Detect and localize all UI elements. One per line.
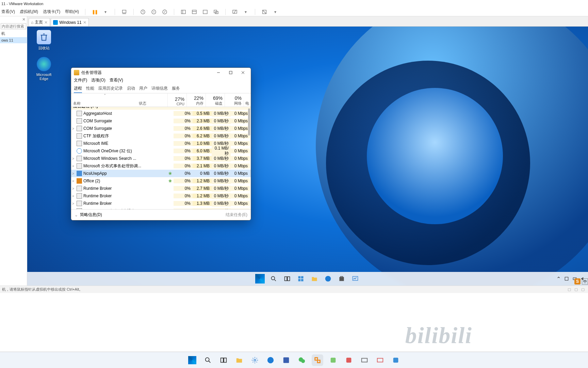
unity-dd-icon[interactable]: ▾ bbox=[243, 9, 249, 15]
snapshot-manage-icon[interactable] bbox=[151, 9, 157, 15]
expand-icon[interactable]: > bbox=[71, 179, 75, 183]
host-dev-icon[interactable] bbox=[280, 354, 292, 366]
expand-icon[interactable]: > bbox=[71, 157, 75, 160]
process-group-header[interactable]: 后台进程 (34) bbox=[71, 107, 251, 110]
host-app-icon[interactable] bbox=[390, 354, 402, 366]
host-vmware-icon[interactable] bbox=[312, 354, 323, 366]
tm-tab-processes[interactable]: 进程 bbox=[74, 85, 82, 93]
expand-icon[interactable]: > bbox=[71, 127, 75, 131]
process-row[interactable]: >Office (2)❀0%1.2 MB0 MB/秒0 Mbps bbox=[71, 177, 251, 185]
scrollbar-thumb[interactable] bbox=[248, 108, 250, 136]
desktop-recycle-bin[interactable]: 回收站 bbox=[32, 30, 56, 51]
unity-icon[interactable] bbox=[232, 9, 238, 15]
tm-tab-services[interactable]: 服务 bbox=[172, 85, 180, 93]
vm-viewport[interactable]: 回收站 Microsoft Edge 任务管理器 文件(F) bbox=[27, 27, 588, 286]
tm-process-list[interactable]: 后台进程 (34) AggregatorHost0%0.5 MB0 MB/秒0 … bbox=[71, 107, 251, 209]
layout1-icon[interactable] bbox=[180, 9, 186, 15]
sogou-icon[interactable]: S bbox=[574, 278, 581, 285]
col-network[interactable]: 0%网络 bbox=[225, 93, 244, 107]
desktop-edge[interactable]: Microsoft Edge bbox=[32, 57, 56, 81]
end-task-button[interactable]: 结束任务(E) bbox=[226, 212, 247, 218]
tm-tab-startup[interactable]: 启动 bbox=[127, 85, 135, 93]
process-row[interactable]: >COM Surrogate0%2.6 MB0 MB/秒0 Mbps bbox=[71, 125, 251, 132]
ime-lang-icon[interactable]: 中 bbox=[582, 278, 588, 285]
task-manager-taskbar-icon[interactable] bbox=[350, 274, 360, 283]
layout3-icon[interactable] bbox=[202, 9, 208, 15]
tab-win11[interactable]: Windows 11 ✕ bbox=[51, 18, 88, 26]
process-row[interactable]: System Guard 运行时监视代0%2.0 MB0 MB/秒0 Mbps bbox=[71, 207, 251, 209]
tab-close-icon[interactable]: ✕ bbox=[83, 20, 86, 25]
tm-tab-users[interactable]: 用户 bbox=[139, 85, 147, 93]
menu-vm[interactable]: 虚拟机(M) bbox=[20, 9, 38, 15]
tab-home[interactable]: ⌂ 主页 ✕ bbox=[29, 18, 50, 26]
search-icon[interactable] bbox=[269, 274, 278, 283]
host-app-icon[interactable] bbox=[343, 354, 355, 366]
tab-close-icon[interactable]: ✕ bbox=[44, 20, 48, 25]
dropdown-icon[interactable]: ▾ bbox=[102, 9, 109, 15]
chevron-up-icon[interactable]: ⌃ bbox=[556, 276, 561, 282]
process-row[interactable]: >Runtime Broker0%1.2 MB0 MB/秒0 Mbps bbox=[71, 192, 251, 200]
fullscreen-dd-icon[interactable]: ▾ bbox=[272, 9, 278, 15]
process-row[interactable]: >Runtime Broker0%2.7 MB0 MB/秒0 Mbps bbox=[71, 185, 251, 192]
send-keys-icon[interactable] bbox=[121, 9, 127, 15]
tm-menu-file[interactable]: 文件(F) bbox=[74, 77, 87, 83]
process-row[interactable]: CTF 加载程序0%6.2 MB0 MB/秒0 Mbps bbox=[71, 132, 251, 140]
tm-column-header[interactable]: ⌃ 名称 状态 27%CPU 22%内存 69%磁盘 0%网络 电 bbox=[71, 93, 251, 107]
device-icon[interactable]: ▢ bbox=[568, 287, 572, 292]
process-row[interactable]: >Runtime Broker0%1.3 MB0 MB/秒0 Mbps bbox=[71, 200, 251, 207]
tm-titlebar[interactable]: 任务管理器 bbox=[71, 68, 251, 77]
store-icon[interactable] bbox=[337, 274, 346, 283]
expand-icon[interactable]: > bbox=[71, 164, 75, 168]
process-row[interactable]: Microsoft OneDrive (32 位)0%6.0 MB0.1 MB/… bbox=[71, 147, 251, 155]
snapshot-icon[interactable] bbox=[140, 9, 146, 15]
vmware-device-tray[interactable]: ▢ ▢ ▢ bbox=[568, 287, 586, 292]
col-cpu[interactable]: 27%CPU bbox=[167, 93, 186, 107]
snapshot-revert-icon[interactable] bbox=[162, 9, 168, 15]
col-status[interactable]: 状态 bbox=[137, 93, 167, 107]
process-row[interactable]: COM Surrogate0%2.3 MB0 MB/秒0 Mbps bbox=[71, 117, 251, 125]
tm-menu-options[interactable]: 选项(O) bbox=[91, 77, 105, 83]
layout2-icon[interactable] bbox=[191, 9, 197, 15]
brief-info-toggle[interactable]: 简略信息(D) bbox=[80, 212, 102, 218]
expand-icon[interactable]: > bbox=[71, 202, 75, 205]
tm-tab-details[interactable]: 详细信息 bbox=[151, 85, 168, 93]
host-app-icon[interactable] bbox=[327, 354, 339, 366]
explorer-icon[interactable] bbox=[310, 274, 319, 283]
host-search-icon[interactable] bbox=[202, 354, 214, 366]
col-power[interactable]: 电 bbox=[244, 100, 249, 107]
host-taskbar[interactable] bbox=[0, 352, 588, 368]
library-search-input[interactable] bbox=[1, 23, 26, 29]
task-manager-window[interactable]: 任务管理器 文件(F) 选项(O) 查看(V) 进程 性能 应用历史记录 启动 … bbox=[71, 67, 251, 220]
maximize-button[interactable] bbox=[226, 68, 236, 77]
col-memory[interactable]: 22%内存 bbox=[186, 93, 206, 107]
menu-view[interactable]: 查看(V) bbox=[1, 9, 15, 15]
start-button[interactable] bbox=[255, 274, 265, 283]
tm-tab-performance[interactable]: 性能 bbox=[86, 85, 94, 93]
host-explorer-icon[interactable] bbox=[233, 354, 245, 366]
library-item-host[interactable]: 机 bbox=[0, 30, 27, 37]
host-app-icon[interactable] bbox=[374, 354, 386, 366]
edge-taskbar-icon[interactable] bbox=[323, 274, 333, 283]
fullscreen-icon[interactable] bbox=[261, 9, 267, 15]
device-icon[interactable]: ▢ bbox=[581, 287, 586, 292]
ime-icon[interactable] bbox=[564, 276, 569, 281]
menu-help[interactable]: 帮助(H) bbox=[65, 9, 79, 15]
tm-menu-view[interactable]: 查看(V) bbox=[110, 77, 123, 83]
library-item-win11[interactable]: ows 11 bbox=[0, 37, 27, 43]
device-icon[interactable]: ▢ bbox=[574, 287, 579, 292]
tm-tab-history[interactable]: 应用历史记录 bbox=[98, 85, 123, 93]
process-row[interactable]: >NcsiUwpApp❀0%0 MB0 MB/秒0 Mbps bbox=[71, 170, 251, 177]
expand-icon[interactable]: > bbox=[71, 194, 75, 198]
close-button[interactable] bbox=[238, 68, 248, 77]
host-wechat-icon[interactable] bbox=[296, 354, 308, 366]
chevron-down-icon[interactable]: ⌄ bbox=[75, 213, 78, 217]
process-row[interactable]: >Microsoft Windows Search ...0%3.7 MB0 M… bbox=[71, 155, 251, 162]
menu-tab[interactable]: 选项卡(T) bbox=[43, 9, 60, 15]
process-row[interactable]: AggregatorHost0%0.5 MB0 MB/秒0 Mbps bbox=[71, 110, 251, 117]
pause-button[interactable]: ❚❚ bbox=[92, 9, 98, 15]
col-disk[interactable]: 69%磁盘 bbox=[206, 93, 225, 107]
layout4-icon[interactable] bbox=[213, 9, 219, 15]
minimize-button[interactable] bbox=[213, 68, 224, 77]
panel-close-icon[interactable]: ✕ bbox=[21, 16, 27, 22]
host-edge-icon[interactable] bbox=[265, 354, 276, 366]
